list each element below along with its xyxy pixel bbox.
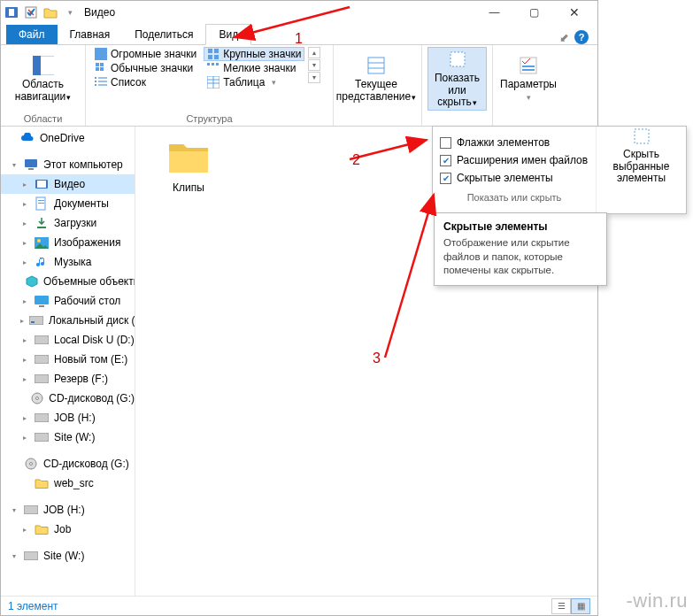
nav-job-h[interactable]: ▸JOB (H:) — [1, 408, 135, 427]
svg-rect-47 — [39, 305, 44, 307]
check-hidden-items[interactable]: Скрытые элементы — [438, 169, 590, 187]
qat-dropdown-icon[interactable]: ▾ — [61, 4, 79, 21]
options-icon — [518, 55, 539, 76]
svg-rect-7 — [95, 48, 107, 60]
window-title: Видео — [84, 6, 115, 19]
music-icon — [35, 255, 49, 269]
cd-icon — [31, 391, 43, 405]
nav-onedrive[interactable]: OneDrive — [1, 128, 135, 148]
nav-downloads[interactable]: ▸Загрузки — [1, 213, 135, 233]
navigation-pane-button[interactable]: Область навигации — [6, 47, 80, 111]
nav-local-e[interactable]: ▸Новый том (E:) — [1, 350, 135, 369]
tooltip-title: Скрытые элементы — [443, 220, 597, 233]
svg-rect-48 — [29, 316, 43, 325]
nav-cd-g[interactable]: CD-дисковод (G:) — [1, 389, 135, 408]
view-table[interactable]: Таблица▾ — [204, 75, 304, 89]
status-view-icons[interactable]: ▦ — [571, 598, 590, 614]
folder-clips[interactable]: Клипы — [153, 135, 224, 194]
svg-rect-21 — [95, 81, 96, 82]
svg-rect-29 — [368, 58, 384, 73]
options-button[interactable]: Параметры▾ — [498, 47, 558, 111]
view-extra-large[interactable]: Огромные значки — [91, 47, 200, 61]
folder-icon — [166, 135, 212, 178]
svg-rect-11 — [214, 55, 219, 59]
medium-icons-icon — [95, 62, 107, 74]
pin-icon[interactable]: ⬋ — [559, 31, 569, 44]
view-large[interactable]: Крупные значки — [204, 47, 304, 61]
nav-3dobjects[interactable]: Объемные объекты — [1, 272, 135, 291]
tab-file[interactable]: Файл — [6, 25, 58, 44]
watermark: -win.ru — [626, 589, 688, 612]
folder-clips-label: Клипы — [173, 181, 204, 194]
svg-rect-19 — [95, 77, 96, 79]
nav-desktop[interactable]: ▸Рабочий стол — [1, 291, 135, 311]
qat-folder-icon[interactable] — [42, 4, 59, 21]
minimize-button[interactable]: — — [474, 1, 514, 24]
svg-rect-24 — [98, 84, 107, 86]
svg-rect-20 — [98, 77, 107, 79]
list-icon — [95, 76, 107, 89]
nav-site-w-2[interactable]: ▾Site (W:) — [1, 546, 135, 566]
ribbon-group-layout-label: Структура — [91, 112, 327, 126]
drive-icon — [29, 313, 43, 327]
ribbon-tabs: Файл Главная Поделиться Вид ⬋ ? — [1, 24, 597, 45]
nav-job-child[interactable]: ▸Job — [1, 520, 135, 539]
nav-local-d[interactable]: ▸Local Disk U (D:) — [1, 330, 135, 350]
nav-local-c[interactable]: ▸Локальный диск (C:) — [1, 311, 135, 330]
help-icon[interactable]: ? — [574, 30, 589, 44]
extra-large-icons-icon — [95, 48, 107, 60]
show-hide-button[interactable]: Показать или скрыть — [427, 47, 487, 111]
svg-rect-17 — [212, 63, 214, 65]
svg-rect-42 — [38, 203, 44, 204]
nav-site-w[interactable]: ▸Site (W:) — [1, 427, 135, 447]
svg-point-45 — [37, 239, 41, 243]
svg-rect-37 — [28, 168, 34, 170]
view-small[interactable]: Мелкие значки — [204, 61, 304, 75]
nav-videos[interactable]: ▸Видео — [1, 174, 135, 194]
cube-icon — [26, 274, 38, 289]
drive-icon — [24, 503, 38, 517]
nav-pictures[interactable]: ▸Изображения — [1, 233, 135, 252]
tab-home[interactable]: Главная — [58, 25, 123, 44]
svg-rect-36 — [25, 159, 37, 167]
svg-rect-13 — [100, 63, 104, 66]
check-item-flags[interactable]: Флажки элементов — [438, 134, 590, 151]
tooltip-body: Отображение или скрытие файлов и папок, … — [443, 236, 597, 278]
nav-this-pc[interactable]: ▾Этот компьютер — [1, 155, 135, 174]
svg-rect-15 — [100, 67, 104, 71]
show-hide-dropdown: Флажки элементов Расширения имен файлов … — [432, 126, 687, 214]
maximize-button[interactable]: ▢ — [514, 1, 554, 24]
nav-music[interactable]: ▸Музыка — [1, 252, 135, 272]
nav-cd-g-2[interactable]: CD-дисковод (G:) — [1, 454, 135, 474]
nav-local-f[interactable]: ▸Резерв (F:) — [1, 369, 135, 389]
tab-share[interactable]: Поделиться — [122, 25, 205, 44]
tab-view[interactable]: Вид — [205, 24, 251, 45]
layout-scroll[interactable]: ▴▾▾ — [308, 47, 320, 83]
cd-icon — [24, 457, 38, 471]
status-view-details[interactable]: ☰ — [551, 598, 571, 614]
drive-icon — [35, 411, 49, 425]
nav-job-h-2[interactable]: ▾JOB (H:) — [1, 500, 135, 520]
qat-properties-icon[interactable] — [22, 4, 40, 21]
view-medium[interactable]: Обычные значки — [91, 61, 200, 75]
navigation-pane-label: Область навигации — [15, 78, 65, 103]
checkbox-icon — [440, 137, 451, 149]
close-button[interactable]: ✕ — [554, 1, 594, 24]
nav-documents[interactable]: ▸Документы — [1, 194, 135, 213]
hide-selected-button[interactable]: Скрыть выбранные элементы — [597, 130, 686, 181]
svg-rect-61 — [635, 129, 649, 143]
view-list[interactable]: Список — [91, 75, 200, 89]
svg-rect-50 — [35, 335, 49, 344]
svg-rect-8 — [208, 49, 212, 53]
titlebar: ▾ Видео — ▢ ✕ — [1, 1, 597, 24]
check-file-extensions[interactable]: Расширения имен файлов — [438, 151, 590, 169]
cloud-icon — [20, 131, 35, 145]
current-view-button[interactable]: Текущее представление — [339, 47, 413, 111]
svg-point-58 — [30, 463, 33, 466]
video-folder-icon — [35, 177, 49, 191]
nav-websrc[interactable]: web_src — [1, 474, 135, 493]
navigation-pane[interactable]: OneDrive ▾Этот компьютер ▸Видео ▸Докумен… — [1, 127, 135, 596]
popup-caption: Показать или скрыть — [438, 187, 590, 206]
status-count: 1 элемент — [8, 600, 58, 612]
folder-icon — [35, 522, 49, 536]
